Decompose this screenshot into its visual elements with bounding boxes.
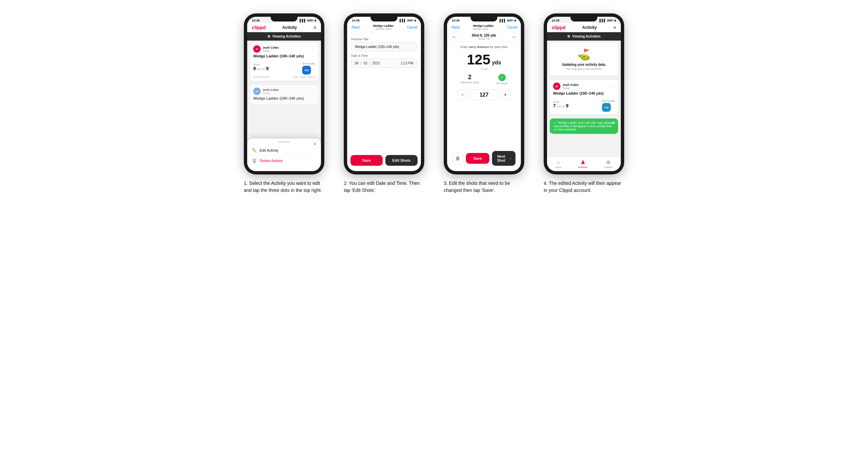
- date-sep-2: /: [369, 61, 370, 65]
- wifi-icon: WiFi: [307, 19, 314, 22]
- user-date-4: Today: [562, 87, 579, 90]
- shot-center-3: Wedge Ladder 06 Mar 2023: [473, 24, 494, 31]
- bottom-nav-4: ⌂ Home ♟ Activities ⊕ Capture: [547, 157, 621, 171]
- app-logo-1: clippd: [252, 25, 266, 30]
- form-container-2: Practice Title Wedge Ladder (100–140 yds…: [347, 32, 421, 171]
- phone-1-screen: 14:38 ▌▌▌ WiFi ■ clippd Activity ≡ ⚙ V: [247, 17, 321, 171]
- next-shot-arrow[interactable]: →: [511, 34, 516, 40]
- trash-button-3[interactable]: 🗑: [453, 152, 463, 164]
- capture-label-4: Capture: [604, 166, 613, 168]
- battery-icon-3: ■: [515, 19, 516, 22]
- app-title-1: Activity: [282, 25, 297, 30]
- phone-3: 14:39 ▌▌▌ WiFi ■ ‹ Back Wedge Ladder: [444, 13, 524, 175]
- battery-icon-2: ■: [414, 19, 416, 22]
- phone-column-2: 14:38 ▌▌▌ WiFi ■ ‹ Back Wedge Ladder: [339, 13, 429, 194]
- card-header-4: JC Josh Coles Today ···: [553, 83, 615, 90]
- capture-icon-4: ⊕: [606, 159, 611, 165]
- toast-message-4: "Wedge Ladder (100–140 yds)" was updated…: [554, 121, 614, 131]
- decrement-button-3[interactable]: −: [457, 90, 468, 100]
- back-center-2: Wedge Ladder 06 Mar 2023: [373, 24, 394, 31]
- card-user-1: JC Josh Coles Today: [253, 45, 279, 53]
- edit-shots-button-2[interactable]: Edit Shots: [385, 155, 417, 166]
- hamburger-icon-4[interactable]: ≡: [614, 25, 616, 30]
- activity-card-1: JC Josh Coles Today ··· Wedge Ladder (10…: [250, 42, 318, 81]
- shot-header-3: ‹ Back Wedge Ladder 06 Mar 2023 Cancel: [447, 23, 521, 32]
- date-month-2: 03: [364, 61, 367, 65]
- updating-subtitle-4: This may take a few moments.: [553, 67, 615, 70]
- user-name-1: Josh Coles: [262, 46, 279, 49]
- edit-activity-item[interactable]: ✏️ Edit Activity: [252, 145, 316, 156]
- viewing-label-1: Viewing Activities: [272, 35, 301, 38]
- next-shot-button-3[interactable]: Next Shot →: [492, 151, 516, 166]
- phones-row: 14:38 ▌▌▌ WiFi ■ clippd Activity ≡ ⚙ V: [233, 13, 635, 194]
- shot-title-display: Shot 6, 125 yds: [472, 34, 496, 37]
- dots-menu-1[interactable]: ···: [310, 46, 315, 52]
- avatar-2: JC: [253, 88, 260, 95]
- next-shot-label-3: Next Shot: [495, 154, 507, 162]
- hamburger-icon-1[interactable]: ≡: [314, 25, 316, 30]
- status-icons-4: ▌▌▌ WiFi ■: [600, 19, 616, 22]
- shot-info-center: Shot 6, 125 yds Score 7/9: [472, 34, 496, 40]
- nav-capture-4[interactable]: ⊕ Capture: [604, 159, 613, 168]
- nav-activities-4[interactable]: ♟ Activities: [578, 159, 588, 168]
- dots-menu-2[interactable]: ···: [310, 89, 315, 94]
- home-label-4: Home: [555, 166, 562, 168]
- battery-icon-4: ■: [615, 19, 616, 22]
- header-title-2: Wedge Ladder: [373, 24, 394, 28]
- practice-title-label-2: Practice Title: [351, 38, 417, 41]
- user-name-4: Josh Coles: [562, 83, 579, 87]
- wifi-icon-3: WiFi: [507, 19, 514, 22]
- date-sep-1: /: [361, 61, 362, 65]
- practice-title-input-2[interactable]: Wedge Ladder (100–140 yds): [351, 42, 417, 51]
- back-button-3[interactable]: ‹ Back: [451, 26, 460, 29]
- date-row-2[interactable]: 06 / 03 / 2023 1:13 PM: [351, 59, 417, 68]
- cancel-button-3[interactable]: Cancel: [507, 26, 518, 29]
- shot-quality-label-1: Shot Quality: [302, 62, 315, 65]
- app-header-4: clippd Activity ≡: [547, 23, 621, 32]
- sheet-handle: [278, 141, 290, 143]
- save-button-3[interactable]: Save: [466, 153, 489, 164]
- home-icon-4: ⌂: [557, 159, 560, 165]
- back-button-2[interactable]: ‹ Back: [350, 26, 360, 29]
- footer-data-1: Data: Clippd Capture: [293, 76, 315, 78]
- increment-button-3[interactable]: +: [500, 90, 511, 100]
- shot-nav-row: ← Shot 6, 125 yds Score 7/9 →: [447, 32, 521, 42]
- shot-buttons-3: 🗑 Save Next Shot →: [450, 151, 518, 166]
- date-day-2: 06: [355, 61, 359, 65]
- user-date-2: Today: [262, 92, 279, 95]
- nav-home-4[interactable]: ⌂ Home: [555, 159, 562, 168]
- hit-target-icon: ✓: [498, 74, 506, 81]
- shot-number-input-3[interactable]: 127: [470, 90, 497, 100]
- delete-activity-item[interactable]: 🗑️ Delete Activity: [252, 156, 316, 166]
- difference-stat: 2 Difference (yds): [460, 74, 479, 85]
- dots-menu-4[interactable]: ···: [610, 84, 615, 89]
- score-row-1: 9 OUT OF 9: [253, 66, 269, 71]
- toast-success-4: ✓ "Wedge Ladder (100–140 yds)" was updat…: [550, 118, 618, 134]
- wifi-icon-2: WiFi: [407, 19, 413, 22]
- time-3: 14:39: [452, 19, 460, 22]
- viewing-banner-1: ⚙ Viewing Activities: [247, 32, 321, 40]
- activity-card-2: JC Josh Coles Today ··· Wedge Ladder (10…: [250, 85, 318, 105]
- toast-close-icon-4[interactable]: ✕: [612, 120, 615, 125]
- trash-icon-sheet: 🗑️: [252, 158, 257, 163]
- notch-4: [570, 17, 597, 22]
- phone-column-1: 14:38 ▌▌▌ WiFi ■ clippd Activity ≡ ⚙ V: [239, 13, 329, 194]
- save-button-2[interactable]: Save: [350, 155, 383, 166]
- phone-4-screen: 14:38 ▌▌▌ WiFi ■ clippd Activity ≡ ⚙ V: [547, 17, 621, 171]
- notch-2: [371, 17, 398, 22]
- cancel-button-2[interactable]: Cancel: [407, 26, 417, 29]
- avatar-1: JC: [253, 45, 260, 53]
- signal-icon-3: ▌▌▌: [500, 19, 506, 22]
- date-year-2: 2023: [372, 61, 380, 65]
- card-footer-1: Test Information Data: Clippd Capture: [253, 76, 315, 78]
- time-1: 14:38: [252, 19, 259, 22]
- shots-value-4: 9: [566, 103, 568, 108]
- prev-shot-arrow[interactable]: ←: [452, 34, 457, 40]
- footer-info-1: Test Information: [253, 76, 270, 78]
- caption-2: 2. You can edit Date and Time. Then tap …: [344, 180, 424, 194]
- shot-score-display: Score 7/9: [472, 37, 496, 40]
- wifi-icon-4: WiFi: [607, 19, 614, 22]
- user-info-2: Josh Coles Today: [262, 88, 279, 95]
- signal-icon-2: ▌▌▌: [400, 19, 406, 22]
- sheet-close-icon[interactable]: ✕: [313, 141, 317, 147]
